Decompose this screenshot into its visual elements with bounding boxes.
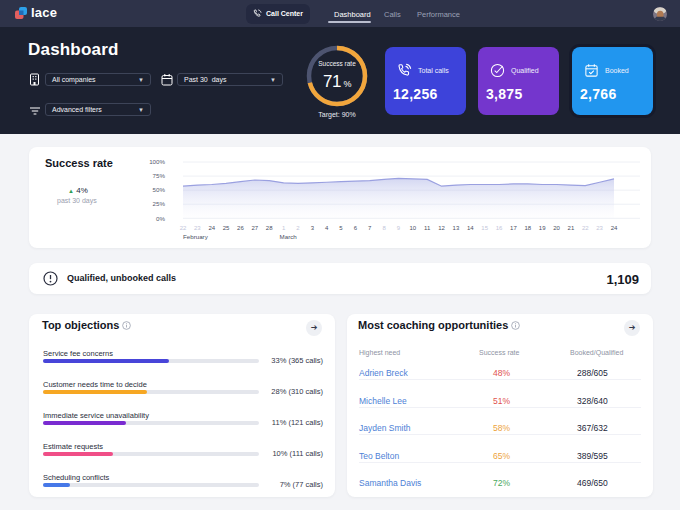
svg-text:28: 28 bbox=[266, 225, 273, 231]
svg-text:25%: 25% bbox=[153, 200, 166, 207]
svg-text:March: March bbox=[280, 233, 298, 240]
svg-text:1: 1 bbox=[282, 225, 286, 231]
svg-text:February: February bbox=[183, 233, 209, 240]
svg-text:5: 5 bbox=[339, 225, 343, 231]
svg-text:2: 2 bbox=[296, 225, 300, 231]
svg-text:18: 18 bbox=[524, 225, 531, 231]
svg-text:17: 17 bbox=[510, 225, 517, 231]
svg-text:16: 16 bbox=[496, 225, 503, 231]
svg-text:15: 15 bbox=[481, 225, 488, 231]
svg-text:22: 22 bbox=[180, 225, 187, 231]
svg-text:24: 24 bbox=[208, 225, 215, 231]
svg-text:19: 19 bbox=[539, 225, 546, 231]
svg-text:24: 24 bbox=[611, 225, 618, 231]
svg-text:26: 26 bbox=[237, 225, 244, 231]
svg-text:13: 13 bbox=[453, 225, 460, 231]
svg-text:11: 11 bbox=[424, 225, 431, 231]
svg-text:100%: 100% bbox=[149, 158, 165, 165]
svg-text:10: 10 bbox=[410, 225, 417, 231]
svg-text:9: 9 bbox=[397, 225, 401, 231]
svg-text:14: 14 bbox=[467, 225, 474, 231]
svg-text:12: 12 bbox=[438, 225, 445, 231]
svg-text:75%: 75% bbox=[153, 172, 166, 179]
svg-text:21: 21 bbox=[568, 225, 575, 231]
svg-text:4: 4 bbox=[325, 225, 329, 231]
svg-text:27: 27 bbox=[251, 225, 258, 231]
svg-text:0%: 0% bbox=[156, 215, 165, 222]
svg-text:3: 3 bbox=[311, 225, 315, 231]
svg-text:6: 6 bbox=[354, 225, 358, 231]
svg-text:7: 7 bbox=[368, 225, 372, 231]
svg-text:23: 23 bbox=[596, 225, 603, 231]
svg-text:50%: 50% bbox=[153, 186, 166, 193]
svg-text:20: 20 bbox=[553, 225, 560, 231]
svg-text:25: 25 bbox=[223, 225, 230, 231]
svg-text:22: 22 bbox=[582, 225, 589, 231]
svg-text:23: 23 bbox=[194, 225, 201, 231]
svg-text:8: 8 bbox=[382, 225, 386, 231]
